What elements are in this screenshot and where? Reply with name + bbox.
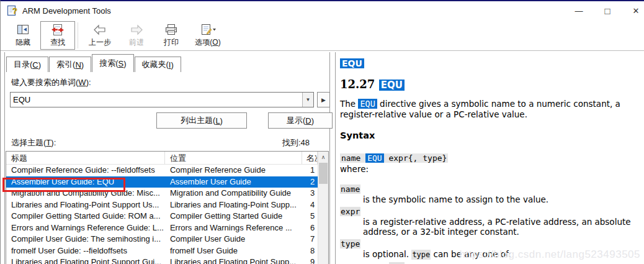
highlighted-term: EQU [340, 58, 364, 68]
result-row-6[interactable]: Errors and Warnings Reference Guide: L..… [6, 222, 318, 234]
options-label: 选项(O) [195, 37, 220, 48]
scroll-up-icon[interactable]: ∧ [318, 152, 328, 162]
keyword-combobox: ▼ [10, 92, 314, 107]
select-topic-label: 选择主题(T): [11, 137, 56, 148]
back-label: 上一步 [89, 37, 111, 48]
highlighted-term: EQU [379, 80, 405, 91]
tab-index[interactable]: 索引(N) [49, 57, 91, 72]
forward-button[interactable]: 前进 [119, 21, 154, 50]
minimize-button[interactable]: — [565, 1, 593, 20]
column-header-location[interactable]: 位置 [165, 152, 302, 164]
where-label: where: [340, 164, 642, 174]
section-number: 12.27 [340, 78, 375, 91]
list-scrollbar[interactable]: ∧ [318, 152, 328, 264]
hide-label: 隐藏 [16, 37, 30, 48]
forward-arrow-icon [129, 22, 144, 36]
locate-icon [50, 22, 65, 36]
tab-search[interactable]: 搜索(S) [92, 54, 133, 72]
options-button[interactable]: 选项(O) [189, 21, 227, 50]
print-label: 打印 [164, 37, 179, 48]
results-header: 标题 位置 名次 [6, 152, 318, 165]
topic-title: EQU [340, 58, 642, 68]
window-title: ARM Development Tools [22, 6, 111, 16]
list-topics-button[interactable]: 列出主题(L) [156, 112, 247, 129]
section-heading: 12.27 EQU [340, 78, 642, 91]
window-controls: — □ ✕ [565, 1, 644, 20]
hide-button[interactable]: 隐藏 [6, 21, 40, 50]
printer-icon [164, 22, 179, 36]
results-rows: Compiler Reference Guide: --fieldoffsets… [6, 165, 318, 264]
svg-text:?: ? [12, 6, 17, 16]
column-header-title[interactable]: 标题 [6, 152, 165, 164]
result-row-5[interactable]: Compiler Getting Started Guide: ROM a...… [6, 211, 318, 222]
toolbar: 隐藏 查找 上一步 [1, 20, 644, 51]
scrollbar-thumb[interactable] [319, 163, 328, 184]
tab-contents[interactable]: 目录(C) [6, 57, 48, 72]
topic-content: EQU 12.27 EQU The EQU directive gives a … [340, 58, 642, 264]
definition-name: name is the symbolic name to assign to t… [340, 183, 642, 204]
column-header-rank[interactable]: 名次 [302, 152, 318, 164]
toolbar-separator [78, 22, 78, 48]
definition-expr: expr is a register-relative address, a P… [340, 205, 642, 237]
term-name: name [340, 184, 360, 194]
term-type: type [340, 239, 360, 248]
chevron-down-icon: ▼ [306, 97, 311, 102]
found-count: 找到:48 [282, 137, 310, 148]
forward-label: 前进 [129, 37, 144, 48]
result-row-9[interactable]: Libraries and Floating Point Support Gui… [6, 257, 318, 264]
tab-favorites[interactable]: 收藏夹(I) [135, 57, 181, 72]
back-button[interactable]: 上一步 [81, 21, 119, 50]
nav-tabs: 目录(C) 索引(N) 搜索(S) 收藏夹(I) [6, 53, 182, 72]
result-row-3[interactable]: Migration and Compatibility Guide: Misc.… [6, 188, 318, 199]
titlebar: ? ARM Development Tools — □ ✕ [1, 1, 644, 20]
result-row-2-selected[interactable]: Assembler User Guide: EQU Assembler User… [6, 176, 318, 188]
result-row-7[interactable]: Compiler User Guide: The semihosting i..… [6, 234, 318, 245]
navigation-pane: 目录(C) 索引(N) 搜索(S) 收藏夹(I) 键入要搜索的单词(W): ▼ … [4, 52, 330, 264]
topic-pane: EQU 12.27 EQU The EQU directive gives a … [335, 52, 644, 264]
locate-button[interactable]: 查找 [40, 21, 75, 50]
help-viewer-window: ? ARM Development Tools — □ ✕ 隐藏 [0, 0, 644, 264]
result-row-8[interactable]: fromelf User Guide: --fieldoffsets frome… [6, 245, 318, 257]
syntax-code-line: name EQU expr{, type} [340, 152, 642, 164]
display-button[interactable]: 显示(D) [268, 112, 333, 129]
term-type-inline: type [411, 250, 431, 260]
search-results-list: 标题 位置 名次 Compiler Reference Guide: --fie… [6, 151, 329, 264]
watermark-text: https://blog.csdn.net/lang523493505 [459, 248, 640, 261]
maximize-button[interactable]: □ [593, 1, 622, 20]
search-keyword-input[interactable] [11, 93, 302, 107]
result-row-4[interactable]: Libraries and Floating-Point Support Us.… [6, 199, 318, 211]
keyword-label: 键入要搜索的单词(W): [11, 77, 91, 88]
options-icon [199, 22, 217, 36]
highlighted-term: EQU [358, 99, 377, 109]
combo-dropdown-button[interactable]: ▼ [302, 93, 313, 107]
highlighted-term: EQU [365, 153, 383, 163]
close-button[interactable]: ✕ [622, 1, 644, 20]
chevron-right-icon: ▶ [321, 97, 326, 103]
back-arrow-icon [92, 22, 107, 36]
result-row-1[interactable]: Compiler Reference Guide: --fieldoffsets… [6, 165, 318, 176]
print-button[interactable]: 打印 [154, 21, 189, 50]
term-expr: expr [340, 207, 360, 216]
help-file-icon: ? [7, 5, 18, 16]
locate-label: 查找 [50, 37, 65, 48]
intro-paragraph: The EQU directive gives a symbolic name … [340, 99, 642, 120]
syntax-heading: Syntax [340, 130, 642, 140]
hide-icon [16, 22, 30, 36]
boolean-operator-button[interactable]: ▶ [317, 92, 330, 107]
